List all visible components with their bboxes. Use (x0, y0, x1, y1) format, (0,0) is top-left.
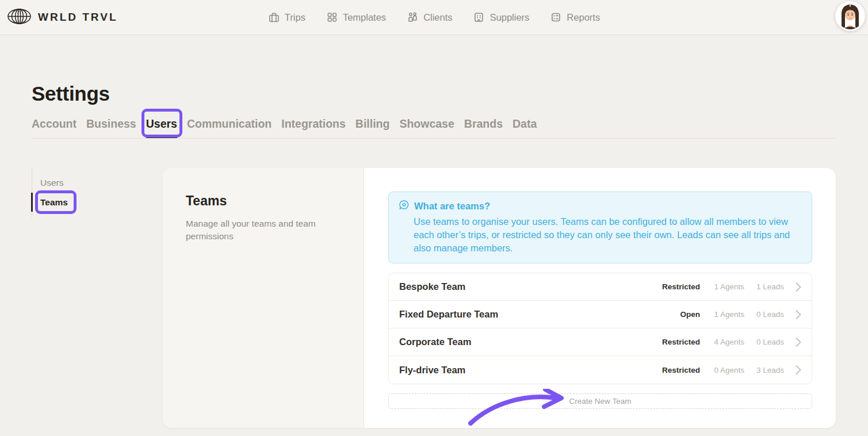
grid-icon (326, 12, 338, 23)
tab-data[interactable]: Data (513, 117, 537, 131)
team-leads-count: 0 Leads (755, 310, 784, 319)
teams-panel-intro: Teams Manage all your teams and team per… (163, 168, 364, 428)
team-agents-count: 4 Agents (711, 338, 744, 346)
teams-settings-card: Teams Manage all your teams and team per… (163, 168, 836, 428)
teams-info-box: What are teams? Use teams to organise yo… (388, 192, 812, 263)
team-name: Fixed Departure Team (399, 309, 660, 320)
info-box-title: What are teams? (414, 201, 490, 212)
create-new-team-button[interactable]: Create New Team (388, 393, 812, 409)
page-title: Settings (32, 82, 110, 105)
team-agents-count: 0 Agents (711, 366, 744, 374)
team-row-bespoke[interactable]: Bespoke Team Restricted 1 Agents 1 Leads (389, 273, 812, 301)
teams-panel-content: What are teams? Use teams to organise yo… (365, 168, 836, 428)
team-access-badge: Restricted (660, 282, 700, 291)
team-list: Bespoke Team Restricted 1 Agents 1 Leads… (388, 273, 812, 384)
nav-label: Clients (423, 12, 452, 23)
settings-tabs: Account Business Users Communication Int… (32, 116, 537, 132)
team-name: Bespoke Team (399, 281, 660, 292)
team-leads-count: 0 Leads (755, 338, 784, 346)
app-window: WRLD TRVL Trips (0, 0, 868, 436)
tab-communication[interactable]: Communication (187, 117, 272, 131)
tab-brands[interactable]: Brands (464, 117, 503, 131)
people-icon (407, 12, 418, 23)
nav-item-clients[interactable]: Clients (407, 12, 452, 23)
team-leads-count: 3 Leads (755, 366, 784, 374)
nav-label: Templates (343, 12, 386, 23)
sidebar-item-teams[interactable]: Teams (40, 197, 68, 208)
team-agents-count: 1 Agents (711, 310, 744, 319)
chat-star-icon (399, 200, 410, 213)
nav-item-templates[interactable]: Templates (326, 12, 386, 23)
team-row-corporate[interactable]: Corporate Team Restricted 4 Agents 0 Lea… (389, 328, 812, 356)
globe-icon (7, 9, 31, 26)
nav-item-trips[interactable]: Trips (268, 12, 305, 23)
top-nav-bar: WRLD TRVL Trips (0, 0, 868, 35)
team-access-badge: Restricted (660, 338, 700, 346)
team-access-badge: Restricted (660, 366, 700, 374)
tab-business[interactable]: Business (86, 117, 136, 131)
panel-title: Teams (186, 193, 341, 209)
team-row-fly-drive[interactable]: Fly-drive Team Restricted 0 Agents 3 Lea… (389, 356, 812, 384)
chevron-right-icon (795, 365, 802, 375)
sidebar-item-users[interactable]: Users (40, 178, 63, 188)
briefcase-icon (268, 12, 280, 23)
chevron-right-icon (795, 309, 802, 320)
nav-label: Trips (285, 12, 305, 23)
team-access-badge: Open (660, 310, 700, 319)
brand-logo[interactable]: WRLD TRVL (7, 0, 118, 35)
chevron-right-icon (795, 337, 802, 347)
tab-users[interactable]: Users (146, 117, 177, 131)
brand-name: WRLD TRVL (38, 11, 118, 24)
team-name: Corporate Team (399, 336, 660, 347)
panel-description: Manage all your teams and team permissio… (186, 217, 319, 243)
tabs-divider (32, 138, 836, 139)
info-box-body: Use teams to organise your users. Teams … (414, 215, 794, 255)
team-name: Fly-drive Team (399, 365, 660, 376)
team-leads-count: 1 Leads (755, 282, 784, 291)
user-avatar[interactable] (835, 1, 865, 31)
tab-billing[interactable]: Billing (355, 117, 390, 131)
team-agents-count: 1 Agents (711, 282, 744, 291)
team-row-fixed-departure[interactable]: Fixed Departure Team Open 1 Agents 0 Lea… (389, 301, 812, 328)
tab-integrations[interactable]: Integrations (281, 117, 346, 131)
tab-users-label: Users (146, 117, 177, 130)
nav-label: Reports (567, 12, 600, 23)
tab-account[interactable]: Account (32, 117, 77, 131)
main-nav: Trips Templates (268, 0, 600, 35)
nav-item-suppliers[interactable]: Suppliers (473, 12, 530, 23)
report-icon (550, 12, 561, 23)
tab-showcase[interactable]: Showcase (399, 117, 454, 131)
nav-label: Suppliers (490, 12, 530, 23)
sidebar-active-indicator (31, 193, 33, 212)
nav-item-reports[interactable]: Reports (550, 12, 600, 23)
chevron-right-icon (795, 282, 802, 292)
building-icon (473, 12, 485, 23)
